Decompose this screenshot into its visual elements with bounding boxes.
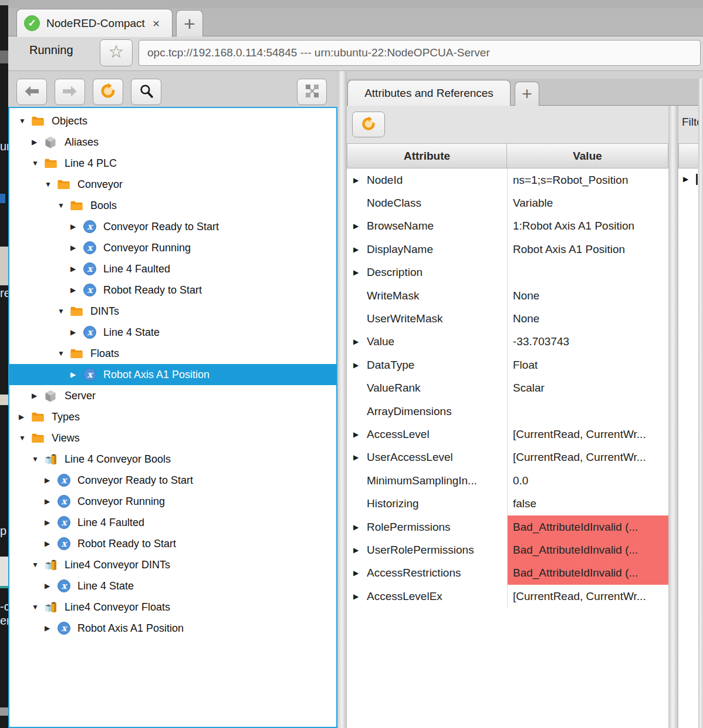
expand-icon[interactable]: ▶ (32, 138, 44, 146)
expand-icon[interactable]: ▶ (353, 453, 367, 461)
attribute-row[interactable]: Historizingfalse (347, 492, 668, 515)
expand-icon[interactable]: ▶ (353, 222, 367, 230)
attribute-row[interactable]: ▶AccessLevelEx[CurrentRead, CurrentWr... (347, 585, 668, 608)
new-connection-tab-button[interactable]: + (176, 10, 203, 36)
column-header-attribute[interactable]: Attribute (347, 143, 507, 168)
tree-item[interactable]: ▶xLine 4 State (9, 575, 336, 596)
pane-splitter[interactable] (668, 106, 678, 728)
expand-icon[interactable]: ▶ (70, 286, 83, 294)
tree-item[interactable]: ▶xRobot Axis A1 Position (9, 618, 336, 639)
expand-icon[interactable]: ▶ (45, 624, 57, 632)
pane-splitter[interactable] (337, 71, 347, 728)
tree-item[interactable]: ▶xConveyor Ready to Start (9, 470, 336, 491)
attribute-row[interactable]: ▶UserAccessLevel[CurrentRead, CurrentWr.… (347, 446, 668, 469)
server-address-field[interactable] (138, 40, 701, 66)
collapse-icon[interactable]: ▼ (58, 307, 70, 315)
expand-icon[interactable]: ▶ (353, 361, 367, 369)
attribute-row[interactable]: ▶BrowseName1:Robot Axis A1 Position (347, 215, 668, 238)
tree-item[interactable]: ▶xLine 4 Faulted (9, 512, 336, 533)
refresh-button[interactable] (93, 79, 123, 105)
collapse-icon[interactable]: ▼ (32, 455, 44, 463)
expand-icon[interactable]: ▶ (353, 268, 367, 277)
tree-item[interactable]: ▼Views (9, 427, 336, 449)
attribute-row[interactable]: ArrayDimensions (347, 400, 668, 423)
expand-icon[interactable]: ▶ (70, 244, 83, 252)
attribute-row[interactable]: ValueRankScalar (347, 377, 668, 400)
collapse-icon[interactable]: ▼ (58, 349, 70, 358)
attribute-row[interactable]: ▶RolePermissionsBad_AttributeIdInvalid (… (347, 515, 668, 538)
collapse-icon[interactable]: ▼ (58, 201, 70, 210)
expand-icon[interactable]: ▶ (353, 338, 367, 346)
expand-icon[interactable]: ▶ (70, 328, 83, 336)
attribute-row[interactable]: MinimumSamplingIn...0.0 (347, 469, 668, 492)
tree-item[interactable]: ▼DINTs (9, 301, 336, 322)
tree-item[interactable]: ▶xLine 4 State (9, 322, 336, 343)
forward-button[interactable] (55, 79, 85, 105)
favorite-button[interactable]: ☆ (100, 39, 133, 66)
pane-splitter[interactable] (698, 79, 703, 728)
expand-icon[interactable]: ▶ (70, 223, 83, 231)
attributes-refresh-button[interactable] (352, 112, 385, 137)
expand-icon[interactable]: ▶ (683, 175, 688, 183)
tree-item[interactable]: ▶xRobot Axis A1 Position (9, 364, 336, 385)
tree-item[interactable]: ▶Server (9, 385, 336, 406)
expand-icon[interactable]: ▶ (45, 540, 57, 548)
tree-item[interactable]: ▶xLine 4 Faulted (9, 258, 336, 279)
expand-icon[interactable]: ▶ (353, 430, 367, 439)
attribute-row[interactable]: ▶Value-33.703743 (347, 331, 668, 353)
attribute-row[interactable]: WriteMaskNone (347, 284, 668, 307)
expand-icon[interactable]: ▶ (45, 582, 57, 590)
collapse-icon[interactable]: ▼ (45, 180, 57, 188)
expand-icon[interactable]: ▶ (353, 569, 367, 577)
tree-item[interactable]: ▼Objects (9, 110, 336, 132)
tree-item[interactable]: ▶xRobot Ready to Start (9, 533, 336, 554)
tree-item[interactable]: ▶xConveyor Ready to Start (9, 216, 336, 237)
column-header-value[interactable]: Value (507, 143, 668, 168)
attribute-row[interactable]: NodeClassVariable (347, 191, 668, 214)
tab-attributes-and-references[interactable]: Attributes and References (347, 80, 511, 106)
expand-icon[interactable]: ▶ (353, 523, 367, 531)
expand-icon[interactable]: ▶ (353, 546, 367, 554)
collapse-icon[interactable]: ▼ (32, 603, 44, 611)
collapse-icon[interactable]: ▼ (32, 561, 44, 569)
collapse-icon[interactable]: ▼ (32, 159, 44, 167)
expand-icon[interactable]: ▶ (45, 476, 57, 484)
expand-icon[interactable]: ▶ (32, 392, 44, 400)
attribute-row[interactable]: ▶Description (347, 261, 668, 284)
search-button[interactable] (131, 79, 161, 105)
tree-item[interactable]: ▼Bools (9, 195, 336, 216)
tree-item[interactable]: ▼Conveyor (9, 174, 336, 195)
expand-icon[interactable]: ▶ (45, 518, 57, 527)
tab-close-icon[interactable]: × (153, 16, 160, 31)
attribute-row[interactable]: ▶DataTypeFloat (347, 353, 668, 376)
collapse-icon[interactable]: ▼ (19, 434, 31, 442)
expand-icon[interactable]: ▶ (70, 265, 83, 273)
expand-icon[interactable]: ▶ (70, 370, 83, 379)
attribute-row[interactable]: ▶DisplayNameRobot Axis A1 Position (347, 238, 668, 261)
attribute-row[interactable]: ▶AccessRestrictionsBad_AttributeIdInvali… (347, 562, 668, 585)
tree-item[interactable]: ▼Floats (9, 343, 336, 364)
attribute-row[interactable]: UserWriteMaskNone (347, 307, 668, 330)
attribute-row[interactable]: ▶NodeIdns=1;s=Robot_Position (347, 168, 668, 191)
expand-icon[interactable]: ▶ (45, 497, 57, 505)
expand-icon[interactable]: ▶ (19, 413, 31, 421)
attribute-row[interactable]: ▶UserRolePermissionsBad_AttributeIdInval… (347, 538, 668, 561)
tree-item[interactable]: ▼Line 4 Conveyor Bools (9, 449, 336, 470)
tree-item[interactable]: ▶Types (9, 406, 336, 427)
tree-item[interactable]: ▶xConveyor Running (9, 491, 336, 512)
expand-icon[interactable]: ▶ (353, 592, 367, 601)
new-attributes-tab-button[interactable]: + (515, 82, 539, 106)
tree-item[interactable]: ▶xConveyor Running (9, 237, 336, 258)
collapse-icon[interactable]: ▼ (19, 117, 31, 125)
expand-icon[interactable]: ▶ (353, 176, 367, 184)
tree-item[interactable]: ▶Aliases (9, 132, 336, 153)
expand-icon[interactable]: ▶ (353, 245, 367, 254)
connection-tab[interactable]: ✓ NodeRED-Compact × (16, 9, 173, 37)
tree-item[interactable]: ▼Line 4 PLC (9, 153, 336, 174)
back-button[interactable] (16, 79, 47, 105)
tree-item[interactable]: ▶xRobot Ready to Start (9, 279, 336, 301)
attribute-row[interactable]: ▶AccessLevel[CurrentRead, CurrentWr... (347, 423, 668, 446)
tree-item[interactable]: ▼Line4 Conveyor DINTs (9, 554, 336, 575)
tree-item[interactable]: ▼Line4 Conveyor Floats (9, 596, 336, 618)
node-graph-button[interactable] (297, 79, 327, 105)
